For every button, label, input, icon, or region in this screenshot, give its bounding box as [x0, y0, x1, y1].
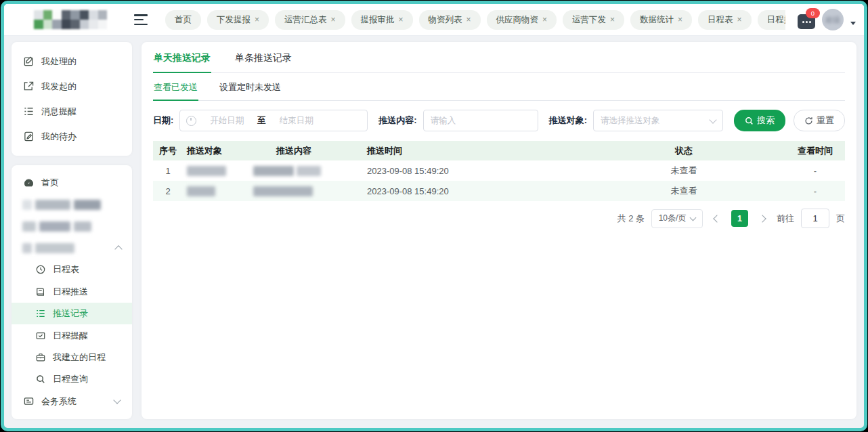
tab-single-item-push-record[interactable]: 单条推送记录 — [234, 43, 292, 73]
date-separator: 至 — [257, 115, 266, 127]
goto-page-input[interactable] — [801, 209, 829, 228]
sidebar-item-my-todo[interactable]: 我的待办 — [12, 124, 132, 149]
nav-tab[interactable]: 下发提报× — [207, 10, 269, 30]
user-menu-caret-icon[interactable] — [850, 22, 856, 25]
chevron-left-icon — [713, 215, 720, 222]
close-tab-icon[interactable]: × — [542, 16, 547, 24]
edit-note-icon — [24, 131, 34, 142]
cell-index: 1 — [153, 160, 183, 181]
tab-label: 运营下发 — [572, 14, 606, 26]
push-content-input[interactable] — [423, 110, 538, 131]
sidebar-item-schedule-query[interactable]: 日程查询 — [12, 368, 132, 390]
sidebar-item-my-handled[interactable]: 我处理的 — [12, 49, 132, 74]
push-target-select[interactable]: 请选择推送对象 — [593, 110, 723, 131]
sidebar-item-schedule-remind[interactable]: 日程提醒 — [12, 324, 132, 346]
sidebar-item-label: 日程推送 — [53, 286, 88, 298]
refresh-icon — [804, 116, 813, 125]
sidebar-item-schedule-table[interactable]: 日程表 — [12, 259, 132, 280]
message-icon[interactable]: 0 — [798, 14, 815, 29]
nav-tab-bar: 首页 下发提报× 运营汇总表× 提报审批× 物资列表× 供应商物资× 运营下发×… — [165, 10, 785, 30]
cell-push-time: 2023-09-08 15:49:20 — [339, 160, 582, 181]
prev-page-button[interactable] — [710, 210, 724, 228]
sidebar-item-label: 首页 — [41, 177, 59, 189]
sidebar-item-label: 我建立的日程 — [53, 351, 106, 364]
page-body: 我处理的 我发起的 消息提醒 我的待办 首页 — [4, 36, 864, 428]
send-status-tabs: 查看已发送 设置定时未发送 — [153, 73, 845, 101]
tab-label: 物资列表 — [429, 14, 462, 26]
push-record-table: 序号 推送对象 推送内容 推送时间 状态 查看时间 1 2023-09-08 1… — [153, 141, 845, 201]
table-row[interactable]: 2 2023-09-08 15:49:20 未查看 - — [153, 181, 845, 201]
record-type-tabs: 单天推送记录 单条推送记录 — [153, 43, 845, 73]
sidebar-item-message-remind[interactable]: 消息提醒 — [12, 99, 132, 124]
sidebar-item-my-initiated[interactable]: 我发起的 — [12, 74, 132, 99]
sidebar-item-redacted[interactable] — [12, 215, 132, 237]
sidebar-item-label: 我发起的 — [41, 81, 77, 93]
briefcase-icon — [36, 353, 45, 362]
sidebar-item-label: 消息提醒 — [41, 106, 77, 118]
push-content-label: 推送内容: — [378, 114, 416, 127]
date-end-input[interactable] — [270, 115, 323, 126]
push-target-placeholder: 请选择推送对象 — [601, 115, 660, 127]
nav-tab[interactable]: 供应商物资× — [487, 10, 557, 30]
app-logo-redacted — [34, 10, 107, 29]
chevron-down-icon — [709, 116, 716, 123]
sidebar-item-my-schedule[interactable]: 我建立的日程 — [12, 347, 132, 368]
nav-tab[interactable]: 提报审批× — [351, 10, 413, 30]
table-row[interactable]: 1 2023-09-08 15:49:20 未查看 - — [153, 160, 845, 181]
page-size-select[interactable]: 10条/页 — [651, 209, 703, 228]
sidebar-item-redacted[interactable] — [12, 194, 132, 215]
search-icon — [36, 374, 45, 384]
sidebar-collapse-icon[interactable] — [134, 14, 148, 25]
table-header-row: 序号 推送对象 推送内容 推送时间 状态 查看时间 — [153, 141, 845, 160]
sidebar-item-redacted-expanded[interactable] — [12, 237, 132, 259]
tab-label: 下发提报 — [217, 14, 251, 26]
date-label: 日期: — [153, 114, 173, 127]
close-tab-icon[interactable]: × — [466, 16, 471, 24]
sidebar-item-push-record[interactable]: 推送记录 — [12, 303, 132, 324]
sidebar: 我处理的 我发起的 消息提醒 我的待办 首页 — [12, 42, 132, 419]
sidebar-item-label: 日程查询 — [53, 373, 88, 385]
tab-label: 供应商物资 — [496, 14, 539, 26]
nav-tab[interactable]: 日程表× — [698, 10, 752, 30]
page-number-current[interactable]: 1 — [731, 210, 748, 227]
date-range-picker[interactable]: 至 — [179, 110, 368, 131]
external-link-icon — [24, 81, 34, 91]
close-tab-icon[interactable]: × — [255, 16, 259, 24]
close-tab-icon[interactable]: × — [399, 16, 404, 24]
col-push-target: 推送对象 — [183, 141, 249, 160]
subtab-view-sent[interactable]: 查看已发送 — [153, 73, 198, 101]
sidebar-item-schedule-push[interactable]: 日程推送 — [12, 281, 132, 303]
nav-tab[interactable]: 物资列表× — [419, 10, 481, 30]
nav-tab[interactable]: 数据统计× — [630, 10, 692, 30]
list-icon — [24, 106, 34, 116]
date-start-input[interactable] — [200, 115, 253, 126]
sidebar-item-meeting-system[interactable]: 会务系统 — [12, 391, 132, 412]
clock-icon — [186, 116, 196, 126]
goto-suffix: 页 — [836, 213, 845, 225]
search-icon — [745, 116, 754, 125]
cell-push-content-redacted — [249, 160, 339, 181]
close-tab-icon[interactable]: × — [331, 16, 336, 24]
tab-single-day-push-record[interactable]: 单天推送记录 — [153, 43, 211, 73]
nav-tab[interactable]: 运营下发× — [563, 10, 624, 30]
search-button[interactable]: 搜索 — [734, 110, 785, 131]
sidebar-item-home[interactable]: 首页 — [12, 172, 132, 194]
nav-tab[interactable]: 运营汇总表× — [275, 10, 345, 30]
next-page-button[interactable] — [755, 210, 770, 228]
sidebar-menu-card: 首页 日程表 日程推送 — [12, 165, 132, 419]
reset-button-label: 重置 — [817, 114, 834, 127]
app-window: 首页 下发提报× 运营汇总表× 提报审批× 物资列表× 供应商物资× 运营下发×… — [1, 1, 867, 431]
tab-label: 运营汇总表 — [284, 14, 327, 26]
close-tab-icon[interactable]: × — [610, 16, 615, 24]
filter-bar: 日期: 至 推送内容: 推送对象: 请选择推送对象 搜索 — [153, 110, 845, 131]
dashboard-icon — [24, 178, 34, 188]
clock-icon — [36, 265, 45, 274]
push-target-label: 推送对象: — [549, 114, 587, 127]
nav-tab-home[interactable]: 首页 — [165, 10, 201, 30]
avatar[interactable]: 超级 — [822, 9, 844, 30]
subtab-scheduled-unsent[interactable]: 设置定时未发送 — [219, 73, 282, 101]
nav-tab[interactable]: 日程推送× — [758, 10, 785, 30]
reset-button[interactable]: 重置 — [794, 110, 845, 131]
close-tab-icon[interactable]: × — [737, 16, 742, 24]
close-tab-icon[interactable]: × — [678, 16, 682, 24]
